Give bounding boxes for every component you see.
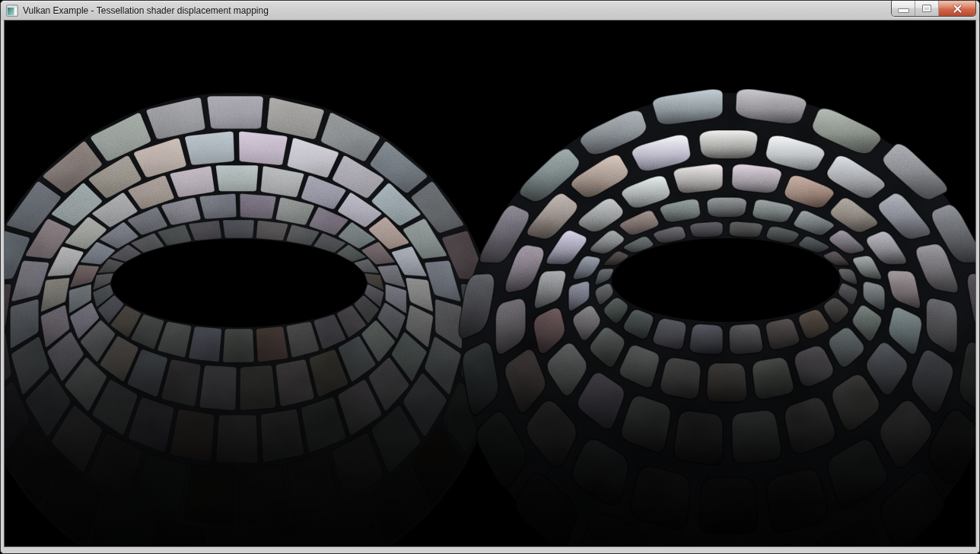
app-window: Vulkan Example - Tessellation shader dis… xyxy=(0,0,980,554)
lighting-falloff-overlay xyxy=(5,21,975,546)
app-icon[interactable] xyxy=(6,5,18,17)
default-application-icon xyxy=(6,5,18,17)
minimize-button[interactable] xyxy=(892,1,915,16)
titlebar[interactable]: Vulkan Example - Tessellation shader dis… xyxy=(1,1,979,21)
minimize-icon xyxy=(898,8,909,13)
window-controls xyxy=(891,1,976,17)
window-title: Vulkan Example - Tessellation shader dis… xyxy=(23,1,269,21)
maximize-icon xyxy=(922,5,931,12)
render-viewport[interactable] xyxy=(5,21,975,546)
maximize-button[interactable] xyxy=(915,1,938,16)
close-icon xyxy=(953,5,963,13)
close-button[interactable] xyxy=(938,1,975,16)
vulkan-render-surface xyxy=(5,21,975,546)
